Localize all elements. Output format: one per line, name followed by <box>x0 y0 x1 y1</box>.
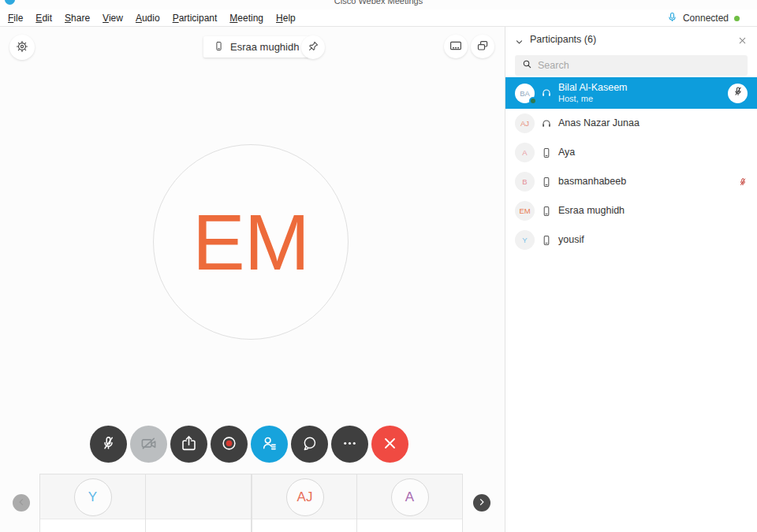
phone-icon <box>541 147 552 158</box>
avatar-initials: AJ <box>520 119 529 128</box>
content: Esraa mughidh EM Y yousif <box>0 27 757 532</box>
thumbnail-label: Aya <box>357 519 462 532</box>
headset-icon <box>541 118 552 129</box>
video-thumbnail[interactable]: Y yousif <box>39 474 146 532</box>
connection-status-label: Connected <box>683 13 729 24</box>
participant-texts: Bilal Al-Kaseem Host, me <box>558 82 628 104</box>
chat-icon <box>301 435 318 454</box>
share-icon <box>181 435 197 454</box>
mic-muted-icon <box>738 177 748 187</box>
participant-search[interactable] <box>515 55 748 76</box>
pin-button[interactable] <box>301 35 325 59</box>
mute-toggle-button[interactable] <box>728 84 748 103</box>
participant-texts: Aya <box>558 147 575 158</box>
menu-item-help[interactable]: Help <box>276 13 296 24</box>
avatar-initials: B <box>522 177 527 186</box>
settings-button[interactable] <box>9 35 35 60</box>
video-thumbnail[interactable]: A Aya <box>356 474 463 532</box>
thumbnail-avatar: AJ <box>286 478 324 516</box>
search-icon <box>522 58 532 73</box>
headset-icon <box>541 87 552 99</box>
phone-icon <box>541 206 552 217</box>
participant-name: basmanhabeeb <box>558 176 626 188</box>
video-thumbnail[interactable]: Esraa mughidh <box>145 474 252 532</box>
menu-item-view[interactable]: View <box>103 13 123 24</box>
menu-item-share[interactable]: Share <box>65 13 90 24</box>
panels-icon <box>476 39 489 54</box>
mute-button[interactable] <box>90 426 127 463</box>
menu-item-audio[interactable]: Audio <box>136 13 160 24</box>
camera-off-icon <box>140 435 157 454</box>
participant-name: Aya <box>558 147 575 158</box>
popout-panels-button[interactable] <box>471 35 494 58</box>
end-button[interactable] <box>371 426 408 463</box>
participants-panel-title: Participants (6) <box>530 34 596 45</box>
phone-icon <box>541 235 552 246</box>
active-speaker-avatar: EM <box>153 144 349 340</box>
participant-texts: yousif <box>558 234 584 246</box>
chevron-right-icon <box>477 497 487 509</box>
participant-name: Bilal Al-Kaseem <box>558 82 628 94</box>
participant-row[interactable]: B basmanhabeeb <box>505 167 757 196</box>
thumbnail-label: yousif <box>40 519 145 532</box>
participant-name: Esraa mughidh <box>558 205 625 217</box>
close-icon[interactable] <box>737 35 748 45</box>
avatar-initials: Y <box>88 489 97 505</box>
video-thumbnail[interactable]: AJ Anas Nazar Junaa <box>252 474 358 532</box>
thumbnail-label: Anas Nazar Junaa <box>252 519 357 532</box>
participant-avatar: B <box>515 172 535 192</box>
thumbnail-avatar: Y <box>74 478 112 516</box>
mic-muted-icon <box>100 435 117 454</box>
gear-icon <box>16 40 28 55</box>
search-input[interactable] <box>538 60 740 71</box>
participant-indicator <box>728 84 748 103</box>
participant-texts: Anas Nazar Junaa <box>558 117 640 129</box>
layout-button[interactable] <box>444 35 468 58</box>
titlebar: Cisco Webex Meetings <box>0 0 757 9</box>
participant-avatar: BA <box>515 84 535 103</box>
thumbnail-avatar: A <box>391 478 429 516</box>
participants-button[interactable] <box>251 426 288 463</box>
participant-row[interactable]: A Aya <box>505 138 757 167</box>
participant-texts: Esraa mughidh <box>558 205 625 217</box>
menu-item-edit[interactable]: Edit <box>35 13 52 24</box>
mobile-phone-icon <box>214 41 224 54</box>
control-bar <box>90 426 408 463</box>
more-button[interactable] <box>331 426 368 463</box>
filmstrip-next-button[interactable] <box>473 494 490 512</box>
participants-panel: Participants (6) BA Bilal Al-Kaseem Host… <box>505 27 757 532</box>
participant-row[interactable]: AJ Anas Nazar Junaa <box>505 109 757 138</box>
audio-connected-icon <box>667 11 677 25</box>
participant-texts: basmanhabeeb <box>558 176 626 188</box>
avatar-initials: A <box>405 489 414 505</box>
avatar-initials: Y <box>522 236 527 244</box>
layout-icon <box>449 39 462 54</box>
record-icon <box>221 435 237 454</box>
participant-avatar: AJ <box>515 113 535 133</box>
participants-panel-header: Participants (6) <box>505 27 757 52</box>
participant-row[interactable]: Y yousif <box>505 225 757 255</box>
record-button[interactable] <box>211 426 248 463</box>
participant-indicator <box>738 177 748 187</box>
camera-button[interactable] <box>130 426 167 463</box>
avatar-initials: EM <box>192 197 309 288</box>
participant-avatar: Y <box>515 230 535 250</box>
participant-row[interactable]: EM Esraa mughidh <box>505 196 757 225</box>
mic-muted-icon <box>733 86 744 100</box>
menu-item-participant[interactable]: Participant <box>173 13 218 24</box>
participant-avatar: EM <box>515 201 535 221</box>
end-icon <box>382 435 398 454</box>
menu-item-file[interactable]: File <box>8 13 23 24</box>
share-button[interactable] <box>170 426 207 463</box>
menu-item-meeting[interactable]: Meeting <box>229 13 263 24</box>
avatar-initials: AJ <box>297 489 313 505</box>
filmstrip-prev-button[interactable] <box>13 494 30 512</box>
chat-button[interactable] <box>291 426 328 463</box>
active-speaker-pill[interactable]: Esraa mughidh <box>203 36 309 58</box>
participant-role: Host, me <box>558 94 628 104</box>
participant-avatar: A <box>515 143 535 162</box>
chevron-left-icon <box>17 497 26 509</box>
avatar-initials: BA <box>520 89 530 98</box>
chevron-down-icon[interactable] <box>515 35 524 44</box>
participant-row[interactable]: BA Bilal Al-Kaseem Host, me <box>505 77 757 109</box>
